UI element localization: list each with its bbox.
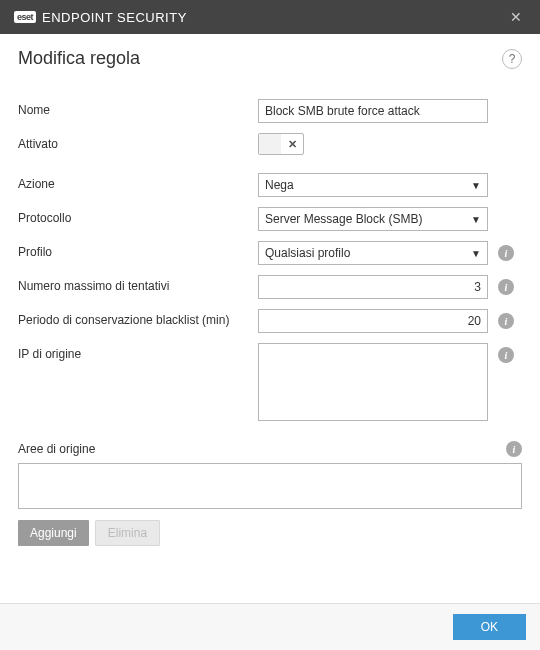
brand-badge: eset	[14, 11, 36, 23]
titlebar: eset ENDPOINT SECURITY ✕	[0, 0, 540, 34]
help-icon: ?	[509, 52, 516, 66]
max-attempts-label: Numero massimo di tentativi	[18, 275, 258, 293]
source-zones-input[interactable]	[18, 463, 522, 509]
help-button[interactable]: ?	[502, 49, 522, 69]
protocol-value: Server Message Block (SMB)	[265, 212, 422, 226]
action-label: Azione	[18, 173, 258, 191]
source-ip-input[interactable]	[258, 343, 488, 421]
enabled-toggle[interactable]: ✕	[258, 133, 304, 155]
profile-select[interactable]: Qualsiasi profilo ▼	[258, 241, 488, 265]
protocol-select[interactable]: Server Message Block (SMB) ▼	[258, 207, 488, 231]
brand-text-bold: SECURITY	[117, 10, 187, 25]
info-icon[interactable]: i	[498, 313, 514, 329]
info-icon[interactable]: i	[498, 245, 514, 261]
profile-label: Profilo	[18, 241, 258, 259]
chevron-down-icon: ▼	[471, 214, 481, 225]
brand-text: ENDPOINT SECURITY	[42, 10, 187, 25]
dialog-title: Modifica regola	[18, 48, 502, 69]
dialog-header: Modifica regola ?	[0, 34, 540, 79]
ok-button[interactable]: OK	[453, 614, 526, 640]
chevron-down-icon: ▼	[471, 248, 481, 259]
toggle-knob	[259, 134, 281, 154]
info-icon[interactable]: i	[498, 347, 514, 363]
info-icon[interactable]: i	[506, 441, 522, 457]
chevron-down-icon: ▼	[471, 180, 481, 191]
source-zones-label: Aree di origine	[18, 442, 496, 456]
form-body: Nome Attivato ✕ Azione Nega ▼ Protocollo…	[0, 79, 540, 556]
add-button[interactable]: Aggiungi	[18, 520, 89, 546]
info-icon[interactable]: i	[498, 279, 514, 295]
name-input[interactable]	[258, 99, 488, 123]
protocol-label: Protocollo	[18, 207, 258, 225]
enabled-label: Attivato	[18, 133, 258, 151]
delete-button: Elimina	[95, 520, 160, 546]
dialog-footer: OK	[0, 603, 540, 650]
close-button[interactable]: ✕	[502, 3, 530, 31]
name-label: Nome	[18, 99, 258, 117]
action-value: Nega	[265, 178, 294, 192]
close-icon: ✕	[510, 9, 522, 25]
source-ip-label: IP di origine	[18, 343, 258, 361]
blacklist-period-label: Periodo di conservazione blacklist (min)	[18, 309, 258, 327]
action-select[interactable]: Nega ▼	[258, 173, 488, 197]
max-attempts-input[interactable]	[258, 275, 488, 299]
brand-text-light: ENDPOINT	[42, 10, 117, 25]
profile-value: Qualsiasi profilo	[265, 246, 350, 260]
blacklist-period-input[interactable]	[258, 309, 488, 333]
toggle-off-icon: ✕	[281, 134, 303, 154]
